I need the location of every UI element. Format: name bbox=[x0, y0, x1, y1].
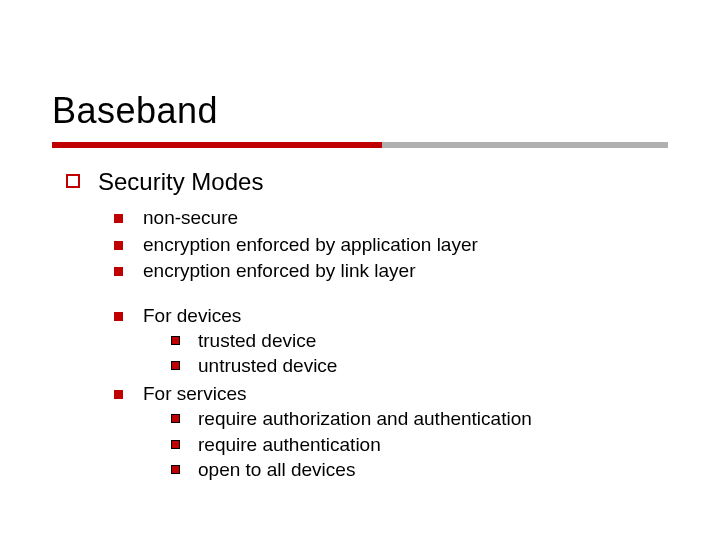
section-content: non-secure encryption enforced by applic… bbox=[114, 206, 666, 484]
sub-list-item: untrusted device bbox=[171, 354, 666, 379]
sub-list-item-text: untrusted device bbox=[198, 354, 337, 379]
sub-list-item-text: trusted device bbox=[198, 329, 316, 354]
title-underline-red bbox=[52, 142, 382, 148]
hollow-square-small-bullet-icon bbox=[171, 440, 180, 449]
spacer bbox=[114, 286, 666, 304]
filled-square-bullet-icon bbox=[114, 214, 123, 223]
list-item: For devices trusted device untrusted dev… bbox=[114, 304, 666, 380]
hollow-square-bullet-icon bbox=[66, 174, 80, 188]
slide-body: Security Modes non-secure encryption enf… bbox=[66, 168, 666, 486]
slide: Baseband Security Modes non-secure encry… bbox=[0, 0, 720, 540]
list-item: encryption enforced by application layer bbox=[114, 233, 666, 258]
hollow-square-small-bullet-icon bbox=[171, 361, 180, 370]
filled-square-bullet-icon bbox=[114, 312, 123, 321]
list-item-text: For services bbox=[143, 382, 666, 407]
sub-list-item: open to all devices bbox=[171, 458, 666, 483]
hollow-square-small-bullet-icon bbox=[171, 465, 180, 474]
section-heading: Security Modes bbox=[98, 168, 263, 196]
hollow-square-small-bullet-icon bbox=[171, 414, 180, 423]
section-item: Security Modes bbox=[66, 168, 666, 196]
list-item: For services require authorization and a… bbox=[114, 382, 666, 484]
sub-list-item: require authentication bbox=[171, 433, 666, 458]
list-item: non-secure bbox=[114, 206, 666, 231]
sub-list-item-text: require authorization and authentication bbox=[198, 407, 532, 432]
sub-list-item: trusted device bbox=[171, 329, 666, 354]
filled-square-bullet-icon bbox=[114, 241, 123, 250]
slide-title: Baseband bbox=[52, 90, 218, 132]
list-item-text: non-secure bbox=[143, 206, 238, 231]
sub-list-item-text: require authentication bbox=[198, 433, 381, 458]
filled-square-bullet-icon bbox=[114, 390, 123, 399]
list-item-text: For devices bbox=[143, 304, 666, 329]
sub-list-item: require authorization and authentication bbox=[171, 407, 666, 432]
sub-list-item-text: open to all devices bbox=[198, 458, 355, 483]
hollow-square-small-bullet-icon bbox=[171, 336, 180, 345]
filled-square-bullet-icon bbox=[114, 267, 123, 276]
list-item: encryption enforced by link layer bbox=[114, 259, 666, 284]
list-item-block: For services require authorization and a… bbox=[143, 382, 666, 484]
list-item-text: encryption enforced by link layer bbox=[143, 259, 415, 284]
list-item-text: encryption enforced by application layer bbox=[143, 233, 478, 258]
list-item-block: For devices trusted device untrusted dev… bbox=[143, 304, 666, 380]
